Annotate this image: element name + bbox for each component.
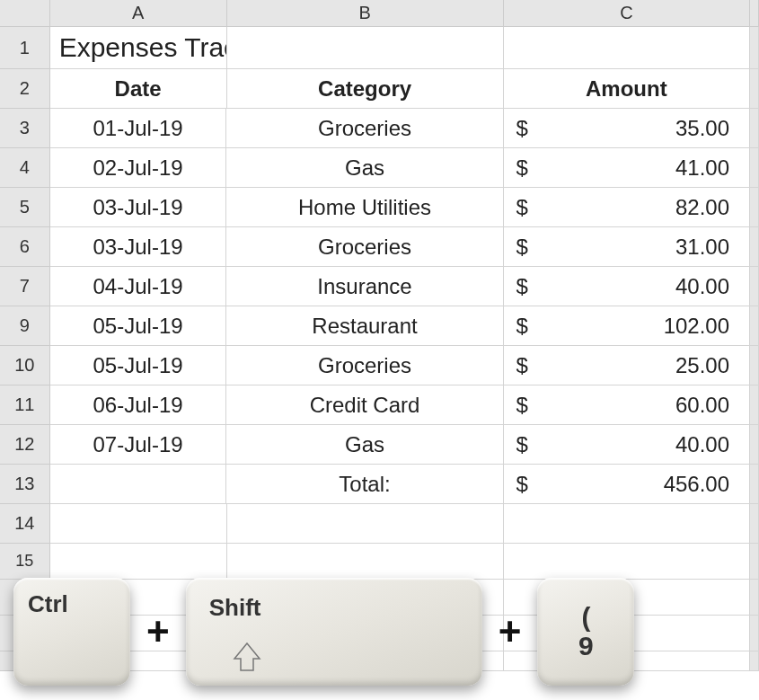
cell-amount[interactable]: $40.00 (504, 267, 750, 306)
cell-amount[interactable]: $31.00 (504, 227, 750, 267)
cell[interactable] (50, 504, 227, 544)
cell-category[interactable]: Home Utilities (226, 188, 503, 227)
cell-gutter (750, 544, 759, 580)
column-header-B[interactable]: B (227, 0, 504, 27)
amount-value: 31.00 (675, 235, 729, 260)
cell-date[interactable]: 03-Jul-19 (50, 188, 227, 227)
row-header[interactable]: 5 (0, 188, 50, 227)
column-header-gutter (750, 0, 759, 27)
cell-amount[interactable]: $82.00 (504, 188, 750, 227)
cell-category[interactable]: Groceries (226, 346, 503, 385)
currency-symbol: $ (516, 195, 528, 220)
key-label-bottom: 9 (578, 633, 594, 660)
row-header[interactable]: 14 (0, 504, 50, 544)
table-row: 1207-Jul-19Gas$40.00 (0, 425, 759, 465)
select-all-corner[interactable] (0, 0, 50, 27)
column-header-C[interactable]: C (504, 0, 750, 27)
table-row: 402-Jul-19Gas$41.00 (0, 148, 759, 188)
cell[interactable] (227, 544, 504, 580)
cell-B1[interactable] (227, 27, 504, 69)
cell-gutter (750, 27, 759, 69)
total-row: 13 Total: $ 456.00 (0, 465, 759, 504)
cell-amount[interactable]: $40.00 (504, 425, 750, 465)
row-header[interactable]: 11 (0, 385, 50, 425)
cell-gutter (750, 109, 759, 148)
cell-date[interactable]: 06-Jul-19 (50, 385, 227, 425)
currency-symbol: $ (516, 314, 528, 339)
key-label-top: ( (581, 604, 590, 631)
cell-category[interactable]: Gas (226, 148, 503, 188)
cell-gutter (750, 616, 759, 651)
header-date[interactable]: Date (50, 69, 227, 109)
cell-category[interactable]: Groceries (226, 109, 503, 148)
cell-date[interactable]: 05-Jul-19 (50, 306, 227, 346)
row-header[interactable]: 13 (0, 465, 50, 504)
table-row: 905-Jul-19Restaurant$102.00 (0, 306, 759, 346)
cell-date[interactable]: 01-Jul-19 (50, 109, 227, 148)
amount-value: 40.00 (675, 274, 729, 299)
cell-gutter (750, 227, 759, 267)
shift-key-icon: Shift (186, 578, 482, 686)
cell[interactable] (227, 504, 504, 544)
row-header[interactable]: 1 (0, 27, 50, 69)
row-header[interactable]: 6 (0, 227, 50, 267)
cell-category[interactable]: Credit Card (226, 385, 503, 425)
row-header[interactable]: 10 (0, 346, 50, 385)
currency-symbol: $ (516, 116, 528, 141)
cell-amount[interactable]: $25.00 (504, 346, 750, 385)
row-header[interactable]: 9 (0, 306, 50, 346)
row-header[interactable]: 7 (0, 267, 50, 306)
amount-value: 40.00 (675, 432, 729, 457)
amount-value: 456.00 (664, 472, 729, 497)
row-header[interactable]: 3 (0, 109, 50, 148)
table-row: 503-Jul-19Home Utilities$82.00 (0, 188, 759, 227)
cell[interactable] (504, 504, 750, 544)
cell-A1[interactable]: Expenses Tracking (50, 27, 227, 69)
cell[interactable] (504, 544, 750, 580)
column-header-A[interactable]: A (50, 0, 227, 27)
cell-category[interactable]: Gas (226, 425, 503, 465)
column-headers: A B C (0, 0, 759, 27)
cell-amount[interactable]: $60.00 (504, 385, 750, 425)
cell-gutter (750, 346, 759, 385)
key-label: Shift (209, 594, 482, 622)
table-row: 14 (0, 504, 759, 544)
cell-gutter (750, 188, 759, 227)
cell-gutter (750, 148, 759, 188)
amount-value: 82.00 (675, 195, 729, 220)
header-amount[interactable]: Amount (504, 69, 750, 109)
cell-C1[interactable] (504, 27, 750, 69)
cell-amount[interactable]: $102.00 (504, 306, 750, 346)
currency-symbol: $ (516, 432, 528, 457)
page-title: Expenses Tracking (59, 32, 227, 63)
currency-symbol: $ (516, 353, 528, 378)
plus-icon: + (499, 609, 522, 654)
cell-gutter (750, 385, 759, 425)
cell-date[interactable]: 05-Jul-19 (50, 346, 227, 385)
cell-category[interactable]: Groceries (226, 227, 503, 267)
row-header[interactable]: 4 (0, 148, 50, 188)
row-header[interactable]: 2 (0, 69, 50, 109)
cell-date[interactable]: 02-Jul-19 (50, 148, 227, 188)
table-header-row: 2 Date Category Amount (0, 69, 759, 109)
cell-amount[interactable]: $41.00 (504, 148, 750, 188)
cell-date[interactable]: 03-Jul-19 (50, 227, 227, 267)
table-row: 704-Jul-19Insurance$40.00 (0, 267, 759, 306)
currency-symbol: $ (516, 393, 528, 418)
header-category[interactable]: Category (227, 69, 504, 109)
table-row: 1 Expenses Tracking (0, 27, 759, 69)
amount-value: 41.00 (675, 155, 729, 181)
currency-symbol: $ (516, 235, 528, 260)
cell-total-label[interactable]: Total: (226, 465, 503, 504)
cell-date[interactable]: 07-Jul-19 (50, 425, 227, 465)
row-header[interactable]: 15 (0, 544, 50, 580)
cell-total-date[interactable] (50, 465, 227, 504)
cell-gutter (750, 465, 759, 504)
cell-amount[interactable]: $35.00 (504, 109, 750, 148)
cell-total-amount[interactable]: $ 456.00 (504, 465, 750, 504)
row-header[interactable]: 12 (0, 425, 50, 465)
cell[interactable] (50, 544, 227, 580)
cell-date[interactable]: 04-Jul-19 (50, 267, 227, 306)
cell-category[interactable]: Insurance (226, 267, 503, 306)
cell-category[interactable]: Restaurant (226, 306, 503, 346)
